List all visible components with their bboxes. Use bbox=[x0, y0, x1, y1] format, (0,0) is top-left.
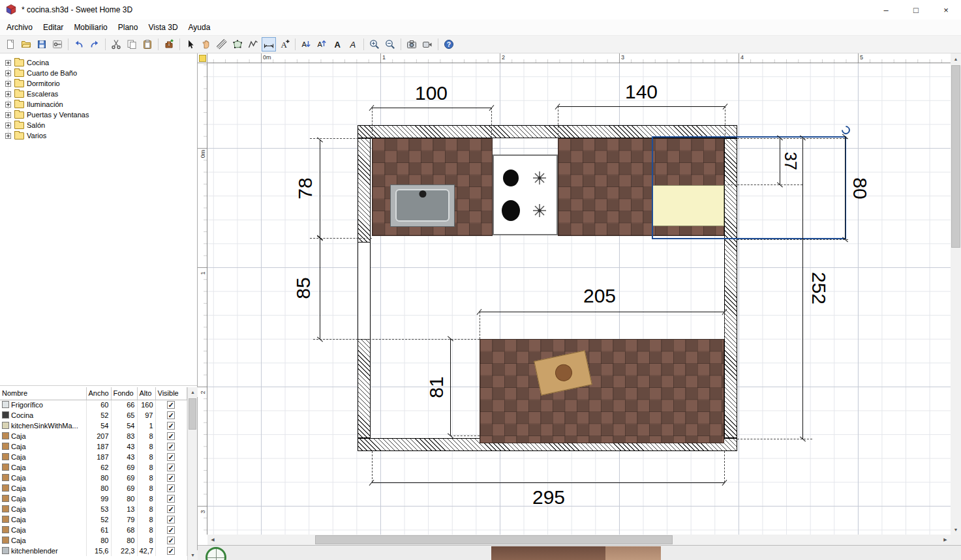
dimension-line-80[interactable] bbox=[845, 137, 846, 239]
zoom-in-button[interactable] bbox=[367, 37, 382, 52]
undo-button[interactable] bbox=[72, 37, 86, 52]
visible-checkbox[interactable]: ✓ bbox=[167, 443, 175, 450]
column-header-fondo[interactable]: Fondo bbox=[111, 387, 137, 400]
expand-icon[interactable] bbox=[5, 123, 11, 128]
furniture-table-scrollbar[interactable]: ▲ ▼ bbox=[187, 387, 197, 560]
open-button[interactable] bbox=[19, 37, 33, 52]
wall-left-upper[interactable] bbox=[358, 138, 371, 243]
dimension-label-81[interactable]: 81 bbox=[427, 376, 446, 398]
new-home-button[interactable] bbox=[3, 37, 18, 52]
scroll-down-icon[interactable]: ▼ bbox=[951, 524, 961, 535]
kitchen-sink[interactable] bbox=[390, 184, 455, 227]
expand-icon[interactable] bbox=[5, 102, 11, 108]
close-button[interactable]: × bbox=[931, 0, 961, 20]
dimension-line-37[interactable] bbox=[780, 138, 780, 184]
visible-checkbox[interactable]: ✓ bbox=[167, 526, 175, 534]
create-polylines-button[interactable] bbox=[246, 37, 260, 52]
scroll-right-icon[interactable]: ▶ bbox=[940, 535, 951, 545]
menu-item-editar[interactable]: Editar bbox=[38, 20, 69, 35]
dimension-label-252[interactable]: 252 bbox=[809, 272, 829, 304]
visible-checkbox[interactable]: ✓ bbox=[167, 432, 175, 440]
italic-button[interactable]: A bbox=[346, 37, 360, 52]
scroll-down-icon[interactable]: ▼ bbox=[188, 550, 198, 560]
furniture-row[interactable]: Caja52798✓ bbox=[0, 514, 187, 525]
dimension-line-78[interactable] bbox=[320, 140, 320, 238]
column-header-visible[interactable]: Visible bbox=[155, 387, 187, 400]
dimension-label-100[interactable]: 100 bbox=[415, 83, 448, 103]
copy-button[interactable] bbox=[125, 37, 139, 52]
furniture-row[interactable]: Caja80698✓ bbox=[0, 483, 187, 494]
increase-text-size-button[interactable]: A bbox=[314, 37, 329, 52]
preferences-button[interactable] bbox=[50, 37, 65, 52]
plan-canvas[interactable]: 100 140 78 37 80 85 205 252 81 295 bbox=[207, 63, 951, 535]
tree-item-varios[interactable]: Varios bbox=[0, 130, 197, 141]
visible-checkbox[interactable]: ✓ bbox=[167, 401, 175, 409]
furniture-row[interactable]: Cocina526597✓ bbox=[0, 410, 187, 420]
tree-item-iluminación[interactable]: Iluminación bbox=[0, 99, 197, 110]
scrollbar-thumb[interactable] bbox=[189, 398, 196, 430]
furniture-row[interactable]: kitchenSinkWithMa...54541✓ bbox=[0, 420, 187, 431]
visible-checkbox[interactable]: ✓ bbox=[167, 505, 175, 513]
dimension-line-81[interactable] bbox=[450, 339, 451, 435]
visible-checkbox[interactable]: ✓ bbox=[167, 516, 175, 523]
visible-checkbox[interactable]: ✓ bbox=[167, 484, 175, 492]
pan-button[interactable] bbox=[199, 37, 213, 52]
furniture-row[interactable]: kitchenblender15,622,342,7✓ bbox=[0, 546, 187, 556]
create-texts-button[interactable]: A bbox=[277, 37, 292, 52]
visible-checkbox[interactable]: ✓ bbox=[167, 547, 175, 555]
create-video-button[interactable] bbox=[420, 37, 435, 52]
scroll-up-icon[interactable]: ▲ bbox=[188, 387, 198, 397]
furniture-row[interactable]: Caja80698✓ bbox=[0, 473, 187, 483]
tree-item-puertas-y-ventanas[interactable]: Puertas y Ventanas bbox=[0, 110, 197, 120]
menu-item-plano[interactable]: Plano bbox=[113, 20, 144, 35]
help-button[interactable]: ? bbox=[442, 37, 456, 52]
wall-left-lower[interactable] bbox=[358, 339, 371, 438]
menu-item-mobiliario[interactable]: Mobiliario bbox=[69, 20, 112, 35]
dimension-line-85[interactable] bbox=[320, 238, 320, 339]
dimension-label-80[interactable]: 80 bbox=[850, 177, 870, 199]
dimension-label-295[interactable]: 295 bbox=[532, 488, 565, 507]
furniture-row[interactable]: Frigorífico6066160✓ bbox=[0, 400, 187, 410]
selection-box[interactable] bbox=[652, 136, 846, 239]
dimension-line-205[interactable] bbox=[480, 312, 724, 312]
create-dimensions-button[interactable] bbox=[262, 37, 276, 52]
column-header-ancho[interactable]: Ancho bbox=[86, 387, 111, 400]
expand-icon[interactable] bbox=[5, 60, 11, 66]
tree-item-cocina[interactable]: Cocina bbox=[0, 57, 197, 68]
plan-vertical-scrollbar[interactable]: ▲ ▼ bbox=[951, 53, 961, 535]
create-rooms-button[interactable] bbox=[230, 37, 245, 52]
plan-horizontal-scrollbar[interactable]: ◀ ▶ bbox=[207, 535, 951, 545]
furniture-row[interactable]: Caja207838✓ bbox=[0, 431, 187, 441]
cut-button[interactable] bbox=[109, 37, 123, 52]
save-button[interactable] bbox=[35, 37, 49, 52]
tree-item-dormitorio[interactable]: Dormitorio bbox=[0, 78, 197, 89]
expand-icon[interactable] bbox=[5, 112, 11, 118]
select-button[interactable] bbox=[183, 37, 198, 52]
dimension-line-295[interactable] bbox=[372, 482, 724, 483]
scroll-up-icon[interactable]: ▲ bbox=[951, 53, 961, 64]
decrease-text-size-button[interactable]: A bbox=[299, 37, 313, 52]
visible-checkbox[interactable]: ✓ bbox=[167, 537, 175, 544]
dimension-label-140[interactable]: 140 bbox=[625, 82, 658, 102]
maximize-button[interactable]: □ bbox=[901, 0, 931, 20]
visible-checkbox[interactable]: ✓ bbox=[167, 464, 175, 471]
visible-checkbox[interactable]: ✓ bbox=[167, 422, 175, 430]
wall-opening[interactable] bbox=[358, 243, 371, 339]
scrollbar-thumb[interactable] bbox=[315, 535, 673, 544]
tree-item-salón[interactable]: Salón bbox=[0, 120, 197, 130]
minimize-button[interactable]: – bbox=[871, 0, 901, 20]
paste-button[interactable] bbox=[140, 37, 155, 52]
visible-checkbox[interactable]: ✓ bbox=[167, 411, 175, 419]
redo-button[interactable] bbox=[87, 37, 102, 52]
furniture-row[interactable]: Caja80808✓ bbox=[0, 535, 187, 546]
zoom-out-button[interactable] bbox=[383, 37, 397, 52]
expand-icon[interactable] bbox=[5, 91, 11, 97]
column-header-alto[interactable]: Alto bbox=[137, 387, 155, 400]
menu-item-archivo[interactable]: Archivo bbox=[1, 20, 38, 35]
bold-button[interactable]: A bbox=[330, 37, 344, 52]
expand-icon[interactable] bbox=[5, 133, 11, 139]
scrollbar-thumb[interactable] bbox=[951, 65, 960, 248]
furniture-row[interactable]: Caja187438✓ bbox=[0, 452, 187, 462]
visible-checkbox[interactable]: ✓ bbox=[167, 495, 175, 503]
furniture-row[interactable]: Caja53138✓ bbox=[0, 504, 187, 514]
